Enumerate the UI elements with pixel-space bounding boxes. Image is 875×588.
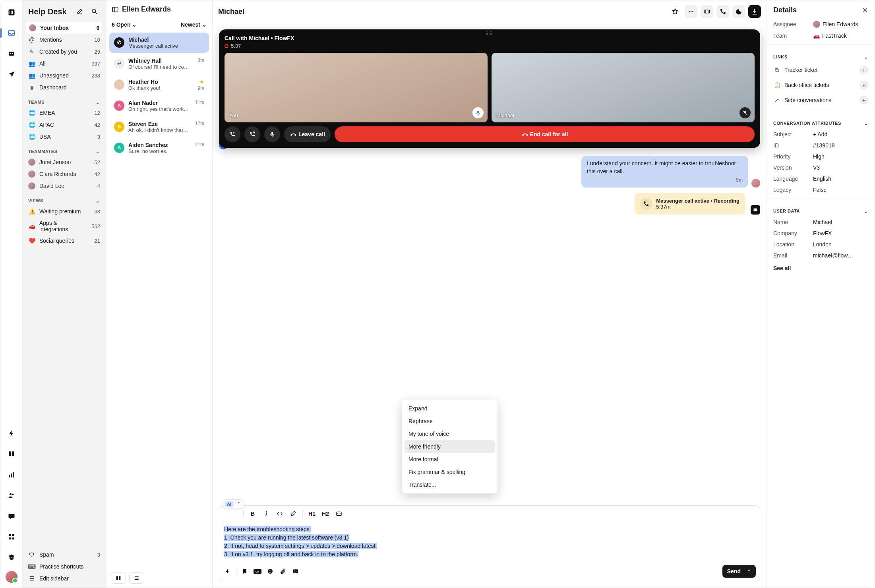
conversation-item[interactable]: SSteven EzeAh ok, I didn't know that…17m xyxy=(109,117,209,137)
details-section-attributes[interactable]: CONVERSATION ATTRIBUTES ⌄ xyxy=(767,114,875,129)
sidebar-item[interactable]: 🌐USA3 xyxy=(23,131,106,143)
conversation-item[interactable]: Heather HoOk thank you!★9m xyxy=(109,75,209,95)
bolt-icon[interactable] xyxy=(4,426,19,441)
microphone-icon[interactable] xyxy=(472,107,484,118)
search-icon[interactable] xyxy=(89,6,100,17)
link-button[interactable] xyxy=(287,508,299,519)
academy-icon[interactable] xyxy=(4,550,19,565)
layout-columns-button[interactable] xyxy=(111,573,126,584)
detail-row[interactable]: VersionV3 xyxy=(767,162,875,173)
current-user-avatar[interactable] xyxy=(6,571,17,583)
detail-row[interactable]: Subject+ Add xyxy=(767,129,875,140)
sidebar-item[interactable]: 👥Unassigned268 xyxy=(23,70,106,81)
emoji-icon[interactable] xyxy=(266,567,275,576)
conversation-item[interactable]: AAlan NaderOh right, yes that's work…11m xyxy=(109,96,209,116)
ai-option[interactable]: More friendly xyxy=(405,440,495,453)
ai-option[interactable]: My tone of voice xyxy=(405,427,495,440)
detail-team[interactable]: Team 🚗FastTrack xyxy=(767,30,875,41)
bot-icon[interactable] xyxy=(4,46,19,61)
detail-row[interactable]: Emailmichael@flow… xyxy=(767,250,875,261)
ai-option[interactable]: Translate... xyxy=(405,478,495,491)
compose-icon[interactable] xyxy=(74,6,85,17)
composer-textarea[interactable]: Here are the troubleshooting steps: 1. C… xyxy=(219,522,760,563)
add-call-button[interactable] xyxy=(225,126,240,142)
ticket-icon[interactable] xyxy=(701,5,713,18)
sidebar-item[interactable]: 🛡Spam3 xyxy=(23,549,106,561)
sidebar-item[interactable]: 🌐EMEA12 xyxy=(23,107,106,119)
bolt-icon[interactable] xyxy=(223,567,232,576)
sidebar-item[interactable]: ✎Created by you29 xyxy=(23,46,106,58)
sidebar-item[interactable]: ⚠️Waiting premium63 xyxy=(23,205,106,217)
italic-button[interactable]: i xyxy=(260,508,272,519)
sidebar-item-inbox[interactable]: Your Inbox 6 xyxy=(26,22,103,34)
codeblock-button[interactable] xyxy=(333,508,345,519)
open-filter[interactable]: 6 Open ⌄ xyxy=(112,21,137,28)
detail-row[interactable]: PriorityHigh xyxy=(767,151,875,162)
snooze-icon[interactable] xyxy=(732,5,745,18)
conversation-item[interactable]: ↩Whitney HallOf course! I'll need to co…… xyxy=(109,54,209,74)
sidebar-item[interactable]: ❤️Social queries21 xyxy=(23,235,106,247)
sidebar-item[interactable]: 🌐APAC42 xyxy=(23,119,106,131)
detail-link[interactable]: ↗Side conversations+ xyxy=(767,93,875,108)
details-section-links[interactable]: LINKS ⌄ xyxy=(767,48,875,62)
detail-row[interactable]: LocationLondon xyxy=(767,239,875,250)
ai-toggle[interactable]: AI ⌃ xyxy=(223,499,244,509)
hold-call-button[interactable] xyxy=(244,126,260,142)
add-icon[interactable]: + xyxy=(860,96,868,104)
detail-row[interactable]: NameMichael xyxy=(767,217,875,228)
close-icon[interactable] xyxy=(862,7,868,14)
sidebar-item[interactable]: ⌨Practise shortcuts xyxy=(23,561,106,573)
logo-icon[interactable] xyxy=(4,5,19,19)
attachment-icon[interactable] xyxy=(279,567,287,576)
drag-handle-icon[interactable]: ⠿⠿ xyxy=(485,31,494,37)
chart-icon[interactable] xyxy=(4,468,19,482)
microphone-muted-icon[interactable] xyxy=(739,107,751,118)
sidebar-item[interactable]: 🚗Apps & integrations562 xyxy=(23,217,106,235)
sidebar-item[interactable]: @Mentions10 xyxy=(23,34,106,46)
sidebar-item[interactable]: ☰Edit sidebar xyxy=(23,573,106,584)
message-icon[interactable] xyxy=(4,509,19,523)
ai-option[interactable]: Fix grammar & spelling xyxy=(405,466,495,478)
send-icon[interactable] xyxy=(4,67,19,81)
sidebar-item[interactable]: David Lee4 xyxy=(23,180,106,192)
h1-button[interactable]: H1 xyxy=(306,508,318,519)
conversation-item[interactable]: ✆MichaelMessenger call active xyxy=(109,33,209,53)
apps-icon[interactable] xyxy=(4,530,19,544)
detail-link[interactable]: ⧉Tracker ticket+ xyxy=(767,62,875,77)
bookmark-icon[interactable] xyxy=(240,567,249,576)
details-section-userdata[interactable]: USER DATA ⌄ xyxy=(767,202,875,217)
bold-button[interactable]: B xyxy=(247,508,259,519)
see-all-link[interactable]: See all xyxy=(767,261,875,275)
inbox-tray-icon[interactable] xyxy=(4,26,19,40)
detail-row[interactable]: CompanyFlowFX xyxy=(767,228,875,239)
sidebar-item[interactable]: June Jenson52 xyxy=(23,156,106,168)
detail-row[interactable]: LanguageEnglish xyxy=(767,173,875,184)
sort-filter[interactable]: Newest ⌄ xyxy=(181,21,207,28)
sidebar-item[interactable]: 👥All937 xyxy=(23,58,106,70)
more-icon[interactable] xyxy=(685,5,697,18)
sidebar-section-views[interactable]: VIEWS ⌄ xyxy=(23,192,106,205)
close-conversation-icon[interactable] xyxy=(748,5,761,18)
code-button[interactable] xyxy=(274,508,286,519)
detail-row[interactable]: ID#139018 xyxy=(767,140,875,151)
ai-option[interactable]: Rephrase xyxy=(405,415,495,427)
leave-call-button[interactable]: Leave call xyxy=(284,126,331,142)
conversation-item[interactable]: AAiden SanchezSure, no worries.21m xyxy=(109,138,209,158)
h2-button[interactable]: H2 xyxy=(319,508,331,519)
add-icon[interactable]: + xyxy=(860,81,868,89)
book-icon[interactable] xyxy=(4,447,19,461)
gif-icon[interactable]: GIF xyxy=(253,567,262,576)
add-icon[interactable]: + xyxy=(860,66,868,74)
send-button[interactable]: Send ⌃ xyxy=(722,565,756,578)
ai-option[interactable]: Expand xyxy=(405,402,495,415)
star-icon[interactable] xyxy=(669,5,681,18)
sidebar-item[interactable]: ▥Dashboard xyxy=(23,81,106,93)
end-call-button[interactable]: End call for all xyxy=(335,126,755,142)
mute-button[interactable] xyxy=(264,126,280,142)
detail-link[interactable]: 📋Back-office tickets+ xyxy=(767,77,875,93)
phone-icon[interactable] xyxy=(716,5,729,18)
panel-toggle-icon[interactable] xyxy=(112,6,119,13)
sidebar-section-teammates[interactable]: TEAMMATES ⌄ xyxy=(23,143,106,156)
people-icon[interactable] xyxy=(4,488,19,503)
detail-assignee[interactable]: Assignee Ellen Edwards xyxy=(767,18,875,30)
